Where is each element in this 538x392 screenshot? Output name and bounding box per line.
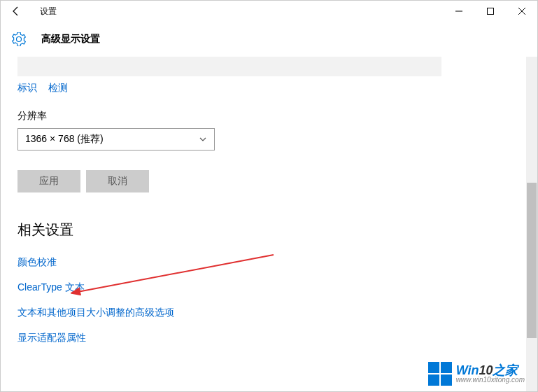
apply-button[interactable]: 应用	[17, 170, 80, 192]
display-adapter-link[interactable]: 显示适配器属性	[17, 332, 521, 344]
scrollbar[interactable]	[526, 57, 537, 391]
svg-rect-0	[487, 8, 493, 15]
arrow-left-icon	[10, 6, 22, 17]
resolution-select[interactable]: 1366 × 768 (推荐)	[17, 128, 215, 150]
close-button[interactable]	[506, 1, 537, 22]
header: 高级显示设置	[1, 22, 537, 57]
watermark-url: www.win10xitong.com	[456, 377, 525, 384]
minimize-button[interactable]	[443, 1, 474, 22]
detect-link[interactable]: 检测	[48, 82, 68, 94]
related-settings-title: 相关设置	[17, 220, 521, 239]
minimize-icon	[455, 8, 462, 15]
close-icon	[518, 8, 525, 15]
display-preview	[17, 57, 441, 76]
display-actions: 标识 检测	[17, 82, 521, 94]
maximize-icon	[487, 8, 494, 15]
text-scaling-link[interactable]: 文本和其他项目大小调整的高级选项	[17, 307, 521, 319]
window-controls	[443, 1, 537, 22]
resolution-label: 分辨率	[17, 110, 521, 122]
chevron-down-icon	[199, 135, 207, 144]
identify-link[interactable]: 标识	[17, 82, 37, 94]
watermark: Win10之家 www.win10xitong.com	[428, 362, 525, 386]
action-buttons: 应用 取消	[17, 170, 521, 192]
resolution-value: 1366 × 768 (推荐)	[25, 133, 104, 146]
cancel-button[interactable]: 取消	[86, 170, 149, 192]
watermark-logo-icon	[428, 362, 452, 386]
back-button[interactable]	[1, 1, 31, 22]
titlebar: 设置	[1, 1, 537, 22]
color-calibration-link[interactable]: 颜色校准	[17, 256, 521, 269]
scroll-thumb[interactable]	[527, 183, 537, 338]
cleartype-link[interactable]: ClearType 文本	[17, 281, 521, 294]
maximize-button[interactable]	[474, 1, 506, 22]
window-title: 设置	[40, 6, 57, 18]
settings-icon	[12, 32, 26, 46]
watermark-brand-b: 10	[479, 363, 493, 377]
watermark-brand-c: 之家	[493, 363, 518, 377]
content-area: 标识 检测 分辨率 1366 × 768 (推荐) 应用 取消 相关设置 颜色校…	[1, 57, 537, 391]
watermark-text: Win10之家 www.win10xitong.com	[456, 364, 525, 384]
page-title: 高级显示设置	[41, 33, 100, 46]
watermark-brand-a: Win	[456, 363, 479, 377]
